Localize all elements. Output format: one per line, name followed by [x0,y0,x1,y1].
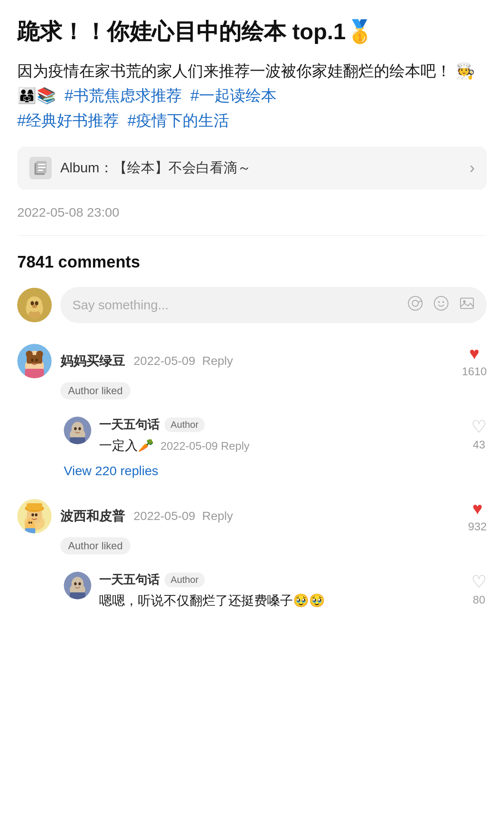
svg-rect-53 [70,592,85,599]
reply-item: 一天五句话 Author 嗯嗯，听说不仅翻烂了还挺费嗓子🥹🥹 ♡ 80 [60,572,487,610]
post-timestamp: 2022-05-08 23:00 [17,205,487,220]
comment-date: 2022-05-09 [134,509,195,523]
comment-reply-action[interactable]: Reply [202,354,233,368]
comment-input-box[interactable]: Say something... [60,287,487,323]
reply-header: 一天五句话 Author [99,572,464,588]
post-body: 因为疫情在家书荒的家人们来推荐一波被你家娃翻烂的绘本吧！ 🧑‍🍳👨‍👩‍👧📚 #… [17,59,487,133]
avatar [17,344,52,378]
svg-point-20 [463,300,466,303]
comment-like[interactable]: ♥ 1610 [462,344,487,378]
svg-rect-19 [460,298,473,308]
svg-point-34 [78,427,81,430]
svg-point-51 [74,582,77,585]
reply-text: 嗯嗯，听说不仅翻烂了还挺费嗓子🥹🥹 [99,591,464,610]
svg-point-50 [72,577,84,591]
author-liked-badge: Author liked [60,382,131,399]
hashtag-2[interactable]: #一起读绘本 [186,87,277,104]
reply-header: 一天五句话 Author [99,417,464,433]
avatar [64,572,91,599]
comment-header: 波西和皮普 2022-05-09 Reply ♥ 932 [60,499,487,533]
comment-meta: 波西和皮普 2022-05-09 Reply [60,508,233,525]
comment-input-row: Say something... [17,287,487,323]
svg-point-45 [28,522,30,524]
svg-point-44 [26,519,34,527]
divider [17,235,487,236]
mention-icon[interactable] [408,296,423,315]
reply-text: 一定入🥕 2022-05-09 Reply [99,436,464,455]
reply-like-count: 43 [473,438,485,452]
comment-header: 妈妈买绿豆 2022-05-09 Reply ♥ 1610 [60,344,487,378]
album-box[interactable]: Album：【绘本】不会白看滴～ › [17,146,487,190]
svg-rect-3 [38,167,46,168]
comment-placeholder: Say something... [72,298,397,312]
comment-date: 2022-05-09 [134,354,195,368]
svg-rect-4 [38,170,43,171]
comment-username: 波西和皮普 [60,508,125,525]
svg-point-28 [35,359,38,362]
svg-point-16 [434,296,448,310]
svg-rect-42 [27,503,42,510]
comment-username: 妈妈买绿豆 [60,352,125,370]
author-badge: Author [165,573,205,587]
comment-like[interactable]: ♥ 932 [468,499,487,533]
reply-username: 一天五句话 [99,417,159,433]
post-title: 跪求！！你娃心目中的绘本 top.1🥇 [17,17,487,47]
like-count: 932 [468,520,487,533]
comment-item: 妈妈买绿豆 2022-05-09 Reply ♥ 1610 Author lik… [17,344,487,478]
like-icon-outline: ♡ [471,572,487,592]
svg-rect-35 [70,437,85,444]
svg-point-33 [74,427,77,430]
svg-point-39 [31,514,34,517]
reply-like[interactable]: ♡ 43 [471,417,487,455]
reply-like-count: 80 [473,593,485,607]
svg-point-10 [27,296,42,312]
svg-point-26 [36,351,43,358]
album-text: Album：【绘本】不会白看滴～ [60,159,470,178]
svg-point-52 [78,582,81,585]
svg-point-27 [31,359,34,362]
reply-username: 一天五句话 [99,572,159,588]
hashtag-4[interactable]: #疫情下的生活 [123,112,229,129]
comment-reply-action[interactable]: Reply [202,509,233,523]
reply-content: 一天五句话 Author 一定入🥕 2022-05-09 Reply [99,417,464,455]
reply-item: 一天五句话 Author 一定入🥕 2022-05-09 Reply ♡ 43 [60,417,487,455]
author-liked-badge: Author liked [60,537,131,554]
svg-point-14 [408,296,422,310]
svg-rect-29 [25,369,44,378]
comment-item: 波西和皮普 2022-05-09 Reply ♥ 932 Author like… [17,499,487,610]
album-icon [29,157,52,179]
svg-point-40 [35,514,37,517]
svg-point-18 [442,301,444,303]
svg-point-32 [72,422,84,436]
svg-rect-2 [38,164,46,165]
view-replies-button[interactable]: View 220 replies [60,464,487,478]
svg-rect-47 [25,528,35,533]
comment-content: 妈妈买绿豆 2022-05-09 Reply ♥ 1610 Author lik… [60,344,487,478]
avatar [64,417,91,444]
hashtag-3[interactable]: #经典好书推荐 [17,112,119,129]
comments-count: 7841 comments [17,253,487,271]
comment-meta: 妈妈买绿豆 2022-05-09 Reply [60,352,233,370]
avatar [17,499,52,533]
image-icon[interactable] [459,296,475,315]
svg-point-25 [26,351,33,358]
author-badge: Author [165,417,205,432]
reply-content: 一天五句话 Author 嗯嗯，听说不仅翻烂了还挺费嗓子🥹🥹 [99,572,464,610]
emoji-icon[interactable] [433,296,449,315]
like-icon-outline: ♡ [471,417,487,436]
current-user-avatar [17,288,52,322]
reply-meta: 2022-05-09 Reply [157,439,249,452]
hashtag-1[interactable]: #书荒焦虑求推荐 [60,87,182,104]
like-icon-filled: ♥ [472,499,482,518]
page-wrapper: 跪求！！你娃心目中的绘本 top.1🥇 因为疫情在家书荒的家人们来推荐一波被你家… [0,0,504,665]
comment-content: 波西和皮普 2022-05-09 Reply ♥ 932 Author like… [60,499,487,610]
svg-point-46 [31,522,32,524]
album-arrow-icon: › [470,159,475,177]
like-count: 1610 [462,365,487,378]
reply-like[interactable]: ♡ 80 [471,572,487,610]
svg-point-13 [32,305,37,308]
svg-point-15 [412,300,418,306]
svg-point-17 [438,301,440,303]
like-icon-filled: ♥ [469,344,479,363]
